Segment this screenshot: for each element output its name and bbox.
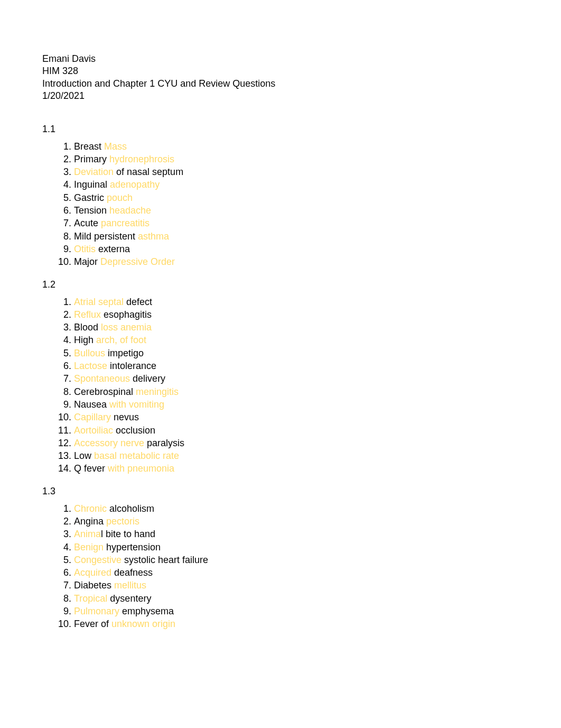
- list-item: Inguinal adenopathy: [74, 178, 519, 191]
- section-list: Breast MassPrimary hydronephrosisDeviati…: [63, 140, 519, 269]
- plain-text: Tension: [74, 205, 109, 216]
- plain-text: systolic heart failure: [121, 555, 208, 565]
- plain-text: esophagitis: [101, 309, 152, 320]
- highlighted-text: Deviation: [74, 167, 114, 177]
- plain-text: paralysis: [144, 438, 184, 448]
- plain-text: hypertension: [104, 542, 161, 552]
- plain-text: Acute: [74, 218, 101, 228]
- list-item: Acute pancreatitis: [74, 217, 519, 229]
- highlighted-text: Atrial septal: [74, 297, 124, 307]
- plain-text: of nasal septum: [114, 167, 183, 177]
- plain-text: deafness: [111, 567, 153, 578]
- list-item: Tropical dysentery: [74, 592, 519, 605]
- plain-text: intolerance: [107, 361, 156, 371]
- plain-text: Major: [74, 256, 100, 267]
- plain-text: externa: [96, 244, 130, 254]
- highlighted-text: Depressive Order: [100, 256, 175, 267]
- highlighted-text: unknown origin: [111, 619, 175, 629]
- highlighted-text: Accessory nerve: [74, 438, 144, 448]
- highlighted-text: Spontaneous: [74, 373, 130, 384]
- highlighted-text: Capillary: [74, 412, 111, 422]
- highlighted-text: Mass: [104, 141, 127, 152]
- highlighted-text: hydronephrosis: [109, 154, 174, 164]
- highlighted-text: with vomiting: [109, 399, 164, 410]
- section-label: 1.2: [42, 279, 519, 290]
- plain-text: Gastric: [74, 192, 107, 203]
- list-item: Aortoiliac occlusion: [74, 424, 519, 437]
- plain-text: High: [74, 335, 96, 345]
- highlighted-text: adenopathy: [110, 179, 160, 190]
- plain-text: Cerebrospinal: [74, 386, 136, 397]
- highlighted-text: basal metabolic rate: [94, 450, 179, 461]
- list-item: Diabetes mellitus: [74, 579, 519, 592]
- plain-text: emphysema: [119, 606, 174, 616]
- plain-text: impetigo: [105, 348, 144, 358]
- list-item: Fever of unknown origin: [74, 618, 519, 630]
- list-item: Blood loss anemia: [74, 321, 519, 334]
- list-item: Low basal metabolic rate: [74, 449, 519, 462]
- author-name: Emani Davis: [42, 53, 519, 65]
- highlighted-text: pectoris: [106, 516, 139, 527]
- highlighted-text: Bullous: [74, 348, 105, 358]
- list-item: Tension headache: [74, 204, 519, 217]
- plain-text: Primary: [74, 154, 109, 164]
- highlighted-text: asthma: [138, 231, 169, 242]
- list-item: Acquired deafness: [74, 566, 519, 579]
- plain-text: defect: [124, 297, 152, 307]
- list-item: Capillary nevus: [74, 411, 519, 423]
- course-code: HIM 328: [42, 65, 519, 77]
- list-item: Pulmonary emphysema: [74, 605, 519, 618]
- plain-text: occlusion: [113, 425, 155, 436]
- highlighted-text: with pneumonia: [108, 463, 174, 474]
- list-item: Mild persistent asthma: [74, 230, 519, 243]
- plain-text: Low: [74, 450, 94, 461]
- list-item: Q fever with pneumonia: [74, 462, 519, 475]
- highlighted-text: meningitis: [136, 386, 179, 397]
- document-title: Introduction and Chapter 1 CYU and Revie…: [42, 78, 519, 90]
- list-item: Deviation of nasal septum: [74, 165, 519, 178]
- plain-text: alcoholism: [107, 503, 154, 514]
- list-item: Primary hydronephrosis: [74, 153, 519, 165]
- highlighted-text: Anima: [74, 529, 101, 539]
- highlighted-text: headache: [109, 205, 151, 216]
- highlighted-text: Chronic: [74, 503, 107, 514]
- highlighted-text: mellitus: [114, 580, 146, 591]
- list-item: Atrial septal defect: [74, 296, 519, 308]
- list-item: Cerebrospinal meningitis: [74, 385, 519, 398]
- section-label: 1.3: [42, 486, 519, 497]
- highlighted-text: Reflux: [74, 309, 101, 320]
- plain-text: l bite to hand: [101, 529, 155, 539]
- highlighted-text: pancreatitis: [101, 218, 149, 228]
- list-item: Bullous impetigo: [74, 347, 519, 360]
- plain-text: Q fever: [74, 463, 108, 474]
- highlighted-text: Aortoiliac: [74, 425, 113, 436]
- highlighted-text: arch, of foot: [96, 335, 146, 345]
- plain-text: Fever of: [74, 619, 111, 629]
- highlighted-text: Benign: [74, 542, 104, 552]
- highlighted-text: loss anemia: [101, 322, 152, 333]
- list-item: Lactose intolerance: [74, 360, 519, 372]
- list-item: High arch, of foot: [74, 334, 519, 346]
- list-item: Congestive systolic heart failure: [74, 554, 519, 566]
- highlighted-text: pouch: [107, 192, 133, 203]
- document-date: 1/20/2021: [42, 90, 519, 102]
- list-item: Breast Mass: [74, 140, 519, 153]
- list-item: Spontaneous delivery: [74, 372, 519, 385]
- plain-text: Blood: [74, 322, 101, 333]
- document-header: Emani Davis HIM 328 Introduction and Cha…: [42, 53, 519, 103]
- plain-text: delivery: [130, 373, 165, 384]
- highlighted-text: Lactose: [74, 361, 107, 371]
- plain-text: Inguinal: [74, 179, 110, 190]
- list-item: Major Depressive Order: [74, 255, 519, 268]
- highlighted-text: Congestive: [74, 555, 121, 565]
- list-item: Otitis externa: [74, 243, 519, 255]
- plain-text: Mild persistent: [74, 231, 138, 242]
- sections-container: 1.1Breast MassPrimary hydronephrosisDevi…: [42, 124, 519, 631]
- plain-text: dysentery: [107, 593, 151, 604]
- plain-text: nevus: [111, 412, 139, 422]
- section-list: Atrial septal defectReflux esophagitisBl…: [63, 296, 519, 475]
- highlighted-text: Acquired: [74, 567, 111, 578]
- plain-text: Breast: [74, 141, 104, 152]
- section-label: 1.1: [42, 124, 519, 135]
- section-list: Chronic alcoholismAngina pectorisAnimal …: [63, 502, 519, 631]
